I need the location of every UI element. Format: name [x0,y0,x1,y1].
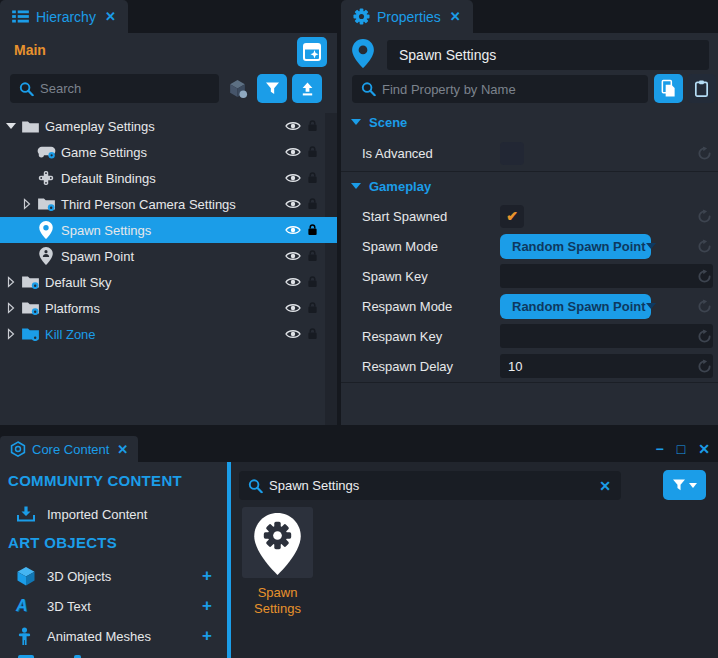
tab-hierarchy[interactable]: Hierarchy ✕ [0,0,128,33]
hierarchy-body: Main Gameplay Settings [0,33,337,425]
tree-row-default-sky[interactable]: Default Sky [0,269,337,295]
tree-row-kill-zone[interactable]: Kill Zone [0,321,337,347]
group-objects-icon[interactable] [227,78,248,99]
core-hexagon-icon [10,441,26,457]
lock-icon[interactable] [307,249,318,262]
reset-icon[interactable] [697,146,712,161]
collapse-arrow-icon[interactable] [4,328,18,340]
publish-button[interactable] [292,74,322,103]
section-collapse-icon [351,119,361,125]
tree-row-gameplay-settings[interactable]: Gameplay Settings [0,113,337,139]
reset-icon[interactable] [697,329,712,344]
search-icon [19,81,34,96]
lock-icon[interactable] [307,223,318,236]
property-label: Start Spawned [362,209,447,224]
sidebar-item-3d-objects[interactable]: 3D Objects + [0,561,227,591]
reset-icon[interactable] [697,209,712,224]
folder-gear-icon [18,301,42,315]
reset-icon[interactable] [697,269,712,284]
gear-icon [263,521,292,550]
reset-icon[interactable] [697,359,712,374]
maximize-icon[interactable]: □ [677,442,685,456]
tab-core-content[interactable]: Core Content ✕ [0,436,138,462]
add-icon[interactable]: + [202,626,212,646]
lock-icon[interactable] [307,145,318,158]
collapse-arrow-icon[interactable] [4,302,18,314]
lock-icon[interactable] [307,327,318,340]
reset-icon[interactable] [697,299,712,314]
folder-gear-icon [18,275,42,289]
copy-properties-button[interactable] [654,74,683,103]
lock-icon[interactable] [307,119,318,132]
respawn-delay-input[interactable] [500,354,713,378]
collapse-arrow-icon[interactable] [4,276,18,288]
tab-core-content-close-icon[interactable]: ✕ [117,442,128,457]
hierarchy-search [10,74,219,103]
expand-arrow-icon[interactable] [4,123,18,129]
property-search-input[interactable] [352,75,648,103]
tab-properties-label: Properties [377,9,441,25]
sidebar-item-imported-content[interactable]: Imported Content [0,499,227,529]
sidebar-item-3d-text[interactable]: A 3D Text + [0,591,227,621]
paste-properties-button[interactable] [687,74,716,103]
section-collapse-icon [351,183,361,189]
tree-row-third-person-camera-settings[interactable]: Third Person Camera Settings [0,191,337,217]
sidebar-item-animated-meshes[interactable]: Animated Meshes + [0,621,227,651]
section-divider [341,171,718,172]
asset-tile-spawn-settings[interactable]: Spawn Settings [242,507,313,617]
add-icon[interactable]: + [202,596,212,616]
tab-properties[interactable]: Properties ✕ [341,0,473,33]
respawn-mode-dropdown[interactable]: Random Spawn Point [500,294,651,319]
property-search [352,75,648,103]
hierarchy-search-input[interactable] [10,74,219,103]
reset-icon[interactable] [697,239,712,254]
start-spawned-checkbox[interactable]: ✔ [500,205,524,228]
content-search-input[interactable] [239,471,621,500]
spawn-mode-dropdown[interactable]: Random Spawn Point [500,234,651,259]
clipboard-icon [693,79,710,98]
tree-row-platforms[interactable]: Platforms [0,295,337,321]
section-header-gameplay[interactable]: Gameplay [341,176,718,196]
tab-core-content-label: Core Content [32,442,109,457]
tree-row-label: Kill Zone [45,327,96,342]
is-advanced-checkbox[interactable] [500,142,524,165]
visibility-eye-icon[interactable] [285,120,301,132]
visibility-eye-icon[interactable] [285,276,301,288]
tree-row-game-settings[interactable]: Game Settings [0,139,337,165]
property-label: Respawn Mode [362,299,452,314]
property-row-respawn-key: Respawn Key [341,321,718,351]
minimize-icon[interactable]: − [656,442,664,456]
scenes-button[interactable] [297,37,327,67]
visibility-eye-icon[interactable] [285,172,301,184]
respawn-key-input[interactable] [500,324,713,348]
tree-row-default-bindings[interactable]: Default Bindings [0,165,337,191]
object-name-input[interactable] [387,40,709,70]
collapse-arrow-icon[interactable] [20,198,34,210]
visibility-eye-icon[interactable] [285,198,301,210]
close-icon[interactable]: ✕ [698,442,710,456]
visibility-eye-icon[interactable] [285,146,301,158]
tree-row-spawn-settings-selected[interactable]: Spawn Settings [0,217,337,243]
sidebar-section-art-objects: ART OBJECTS [8,534,117,551]
lock-icon[interactable] [307,171,318,184]
hierarchy-filter-button[interactable] [257,74,287,103]
add-icon[interactable]: + [202,566,212,586]
spawn-key-input[interactable] [500,264,713,288]
clear-search-icon[interactable]: ✕ [599,478,611,494]
tab-hierarchy-close-icon[interactable]: ✕ [105,9,116,24]
window-controls: − □ ✕ [656,436,710,462]
lock-icon[interactable] [307,197,318,210]
visibility-eye-icon[interactable] [285,302,301,314]
dropdown-value: Random Spawn Point [512,239,646,254]
visibility-eye-icon[interactable] [285,224,301,236]
lock-icon[interactable] [307,301,318,314]
content-filter-button[interactable] [663,470,706,500]
visibility-eye-icon[interactable] [285,250,301,262]
property-row-respawn-delay: Respawn Delay [341,351,718,381]
section-header-scene[interactable]: Scene [341,112,718,132]
sidebar-item-label: 3D Objects [47,569,111,584]
lock-icon[interactable] [307,275,318,288]
tree-row-spawn-point[interactable]: Spawn Point [0,243,337,269]
visibility-eye-icon[interactable] [285,328,301,340]
tab-properties-close-icon[interactable]: ✕ [450,9,461,24]
